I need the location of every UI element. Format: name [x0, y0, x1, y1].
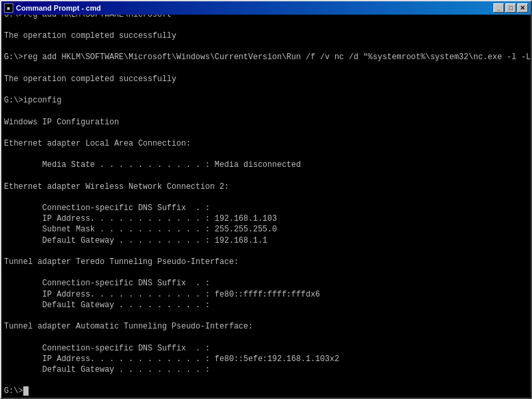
terminal-line: Connection-specific DNS Suffix . : — [4, 203, 528, 213]
terminal-line — [4, 375, 528, 386]
cmd-window: ■ Command Prompt - cmd _ □ ✕ Microsoft W… — [0, 0, 532, 399]
terminal-line — [4, 149, 528, 160]
terminal-line — [4, 63, 528, 74]
terminal-line: Default Gateway . . . . . . . . . : 192.… — [4, 235, 528, 246]
terminal-line — [4, 84, 528, 95]
close-button[interactable]: ✕ — [517, 3, 528, 13]
terminal-line — [4, 128, 528, 138]
terminal-line — [4, 192, 528, 203]
terminal-line: G:\>reg add HKLM\SOFTWARE\Microsoft — [4, 15, 528, 20]
terminal-line: IP Address. . . . . . . . . . . . : fe80… — [4, 354, 528, 364]
title-bar-buttons: _ □ ✕ — [493, 3, 528, 13]
terminal-line — [4, 267, 528, 278]
terminal-line: Ethernet adapter Local Area Connection: — [4, 138, 528, 149]
terminal-line: Default Gateway . . . . . . . . . : — [4, 364, 528, 375]
terminal-line: G:\>ipconfig — [4, 95, 528, 106]
terminal-line: Connection-specific DNS Suffix . : — [4, 278, 528, 289]
terminal-line — [4, 332, 528, 342]
cmd-icon: ■ — [4, 3, 13, 13]
terminal-scroll[interactable]: Microsoft Windows XP [Version 5.1.2600](… — [1, 15, 531, 398]
terminal-line: The operation completed successfully — [4, 31, 528, 41]
terminal-line: Connection-specific DNS Suffix . : — [4, 343, 528, 354]
terminal-line: Tunnel adapter Automatic Tunneling Pseud… — [4, 321, 528, 332]
terminal-line: Default Gateway . . . . . . . . . : — [4, 300, 528, 311]
terminal-line — [4, 171, 528, 182]
terminal-area: Microsoft Windows XP [Version 5.1.2600](… — [1, 15, 531, 398]
cursor — [23, 386, 29, 396]
minimize-button[interactable]: _ — [493, 3, 504, 13]
terminal-text: Microsoft Windows XP [Version 5.1.2600](… — [4, 15, 528, 396]
terminal-line: Windows IP Configuration — [4, 117, 528, 128]
title-bar-left: ■ Command Prompt - cmd — [4, 3, 101, 13]
restore-button[interactable]: □ — [505, 3, 516, 13]
terminal-line — [4, 20, 528, 31]
terminal-line: G:\> — [4, 386, 528, 396]
terminal-line: IP Address. . . . . . . . . . . . : fe80… — [4, 289, 528, 300]
terminal-line: The operation completed successfully — [4, 74, 528, 84]
terminal-line: IP Address. . . . . . . . . . . . : 192.… — [4, 213, 528, 224]
terminal-line: Media State . . . . . . . . . . . : Medi… — [4, 160, 528, 170]
window-title: Command Prompt - cmd — [16, 4, 101, 12]
terminal-line — [4, 311, 528, 321]
terminal-line: Ethernet adapter Wireless Network Connec… — [4, 182, 528, 192]
terminal-line: Tunnel adapter Teredo Tunneling Pseudo-I… — [4, 257, 528, 267]
terminal-line: G:\>reg add HKLM\SOFTWARE\Microsoft\Wind… — [4, 52, 528, 63]
title-bar: ■ Command Prompt - cmd _ □ ✕ — [1, 1, 531, 15]
terminal-line: Subnet Mask . . . . . . . . . . . : 255.… — [4, 224, 528, 235]
terminal-line — [4, 41, 528, 52]
terminal-line — [4, 106, 528, 116]
terminal-line — [4, 246, 528, 257]
